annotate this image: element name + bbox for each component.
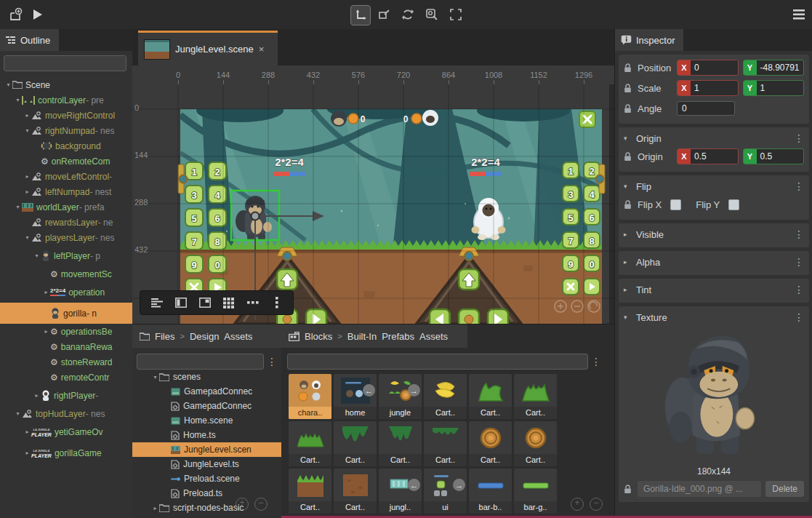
angle-field[interactable]: 0 (677, 101, 735, 116)
numpad-tile-0[interactable]: 0 (584, 255, 600, 271)
outline-item-gorilla[interactable]: gorilla - n (0, 303, 132, 324)
numpad-tile-9[interactable]: 9 (563, 255, 579, 271)
lock-icon[interactable] (624, 63, 633, 73)
export-scene-icon[interactable] (6, 5, 25, 24)
expander-icon[interactable]: ▸ (42, 328, 50, 335)
expander-icon[interactable]: ▸ (42, 289, 50, 295)
control-tile[interactable] (459, 309, 479, 324)
origin-x-field[interactable]: X0.5 (677, 148, 739, 164)
expander-icon[interactable]: ▸ (23, 429, 31, 435)
panel-left-icon[interactable] (173, 295, 189, 311)
expander-icon[interactable]: ▸ (151, 505, 159, 511)
file-item-GamepadConnec[interactable]: GamepadConnec (132, 399, 281, 413)
file-item-Home.scene[interactable]: Home.scene (132, 413, 281, 428)
outline-item-gorillaGame[interactable]: ▸LA JUNGLAPLAYERgorillaGame (0, 442, 132, 463)
asset-card-Cart[interactable]: Cart.. (514, 421, 557, 466)
numpad-tile-6[interactable]: 6 (584, 209, 600, 225)
outline-item-yetiGameOv[interactable]: ▸LA JUNGLAPLAYERyetiGameOv (0, 421, 132, 442)
asset-card-ui[interactable]: →ui (424, 469, 467, 514)
outline-item-movementSc[interactable]: ⚙movementSc (0, 266, 132, 282)
expander-icon[interactable]: ▸ (33, 392, 41, 399)
expander-icon[interactable]: ▾ (4, 81, 12, 88)
expander-icon[interactable]: ▸ (23, 450, 31, 456)
position-x-field[interactable]: X0 (677, 60, 739, 76)
expander-icon[interactable]: ▾ (151, 374, 159, 380)
expander-icon[interactable]: ▸ (23, 188, 31, 195)
origin-menu-icon[interactable]: ⋮ (794, 133, 804, 143)
outline-item-remoteContr[interactable]: ⚙remoteContr (0, 370, 132, 385)
outline-item-moveLeftControl[interactable]: ▸moveLeftControl - (0, 169, 132, 184)
numpad-tile-play[interactable] (584, 279, 600, 295)
expander-icon[interactable]: ▾ (14, 204, 22, 210)
asset-card-home[interactable]: ←home (334, 374, 377, 419)
texture-section-header[interactable]: ▾ Texture ⋮ (624, 309, 804, 325)
origin-section-header[interactable]: ▾ Origin ⋮ (624, 130, 804, 146)
numpad-tile-7[interactable]: 7 (563, 232, 579, 248)
outline-search-input[interactable] (4, 55, 126, 71)
alpha-section-header[interactable]: ▸ Alpha ⋮ (624, 254, 804, 270)
file-item-GamepadConnec[interactable]: GamepadConnec (132, 384, 281, 399)
zoom-out-icon[interactable]: − (590, 498, 603, 511)
flip-y-checkbox[interactable] (728, 199, 739, 210)
outline-item-playersLayer[interactable]: ▾playersLayer - nes (0, 230, 132, 245)
asset-card-Cart[interactable]: Cart.. (469, 374, 512, 419)
cycle-left-icon[interactable]: ← (408, 479, 420, 491)
tint-menu-icon[interactable]: ⋮ (794, 284, 804, 295)
tab-inspector[interactable]: Inspector (615, 29, 683, 51)
origin-y-field[interactable]: Y0.5 (743, 148, 805, 164)
numpad-tile-4[interactable]: 4 (584, 186, 600, 202)
outline-item-onRemoteCom[interactable]: ⚙onRemoteCom (0, 154, 132, 169)
outline-item-leftNumpad[interactable]: ▸leftNumpad - nest (0, 184, 132, 199)
alpha-menu-icon[interactable]: ⋮ (794, 257, 804, 267)
asset-card-Cart[interactable]: Cart.. (514, 374, 557, 419)
numpad-tile-5[interactable]: 5 (563, 209, 579, 225)
numpad-tile-3[interactable]: 3 (185, 186, 203, 203)
file-item-Preload.scene[interactable]: Preload.scene (132, 471, 281, 486)
cycle-right-icon[interactable]: → (408, 384, 420, 397)
numpad-tile-9[interactable]: 9 (185, 255, 203, 273)
outline-item-rightPlayer[interactable]: ▸rightPlayer - (0, 385, 132, 406)
align-lines-icon[interactable] (149, 295, 165, 311)
position-y-field[interactable]: Y-48.90791 (743, 60, 805, 76)
control-tile[interactable] (430, 309, 450, 324)
more-vertical-icon[interactable] (269, 295, 285, 311)
numpad-tile-5[interactable]: 5 (185, 209, 203, 226)
flip-x-checkbox[interactable] (670, 199, 681, 210)
files-tab-label[interactable]: Files (155, 331, 174, 342)
up-arrow-tile[interactable] (277, 269, 297, 290)
play-button[interactable] (28, 5, 47, 24)
asset-card-Cart[interactable]: Cart.. (424, 374, 467, 419)
expander-icon[interactable]: ▸ (23, 112, 31, 119)
asset-card-jungl[interactable]: ←jungl.. (379, 469, 422, 514)
outline-item-operation[interactable]: ▸2*2=4operation (0, 282, 132, 303)
asset-card-Cart[interactable]: Cart.. (379, 421, 422, 466)
blocks-menu-icon[interactable]: ⋮ (591, 356, 601, 367)
tool-rect-button[interactable] (374, 5, 393, 24)
outline-item-worldLayer[interactable]: ▾worldLayer - prefa (0, 199, 132, 215)
asset-card-Cart[interactable]: Cart.. (334, 469, 377, 514)
asset-card-jungle[interactable]: →jungle (379, 374, 422, 419)
expander-icon[interactable]: ▸ (23, 173, 31, 180)
outline-item-operationsBe[interactable]: ▸⚙operationsBe (0, 324, 132, 339)
close-level-button[interactable] (579, 111, 595, 127)
outline-item-topHudLayer[interactable]: ▾topHudLayer - nes (0, 406, 132, 421)
numpad-tile-8[interactable]: 8 (584, 232, 600, 248)
numpad-tile-7[interactable]: 7 (185, 232, 203, 250)
tint-section-header[interactable]: ▸ Tint ⋮ (624, 282, 804, 298)
file-item-JungleLevel.scen[interactable]: JungleLevel.scen (132, 442, 281, 457)
tool-move-button[interactable] (350, 5, 371, 25)
expander-icon[interactable]: ▾ (14, 410, 22, 417)
blocks-search-input[interactable] (287, 354, 588, 370)
outline-item-rewardsLayer[interactable]: rewardsLayer - ne (0, 215, 132, 230)
expander-icon[interactable]: ▾ (33, 252, 41, 259)
blocks-crumb-builtin[interactable]: Built-In (347, 331, 377, 342)
expander-icon[interactable]: ▾ (23, 234, 31, 241)
asset-card-Cart[interactable]: Cart.. (289, 421, 331, 466)
numpad-tile-1[interactable]: 1 (185, 162, 203, 180)
texture-file-field[interactable]: Gorilla-Idle_000.png @ ... (638, 481, 761, 497)
asset-card-chara[interactable]: chara.. (289, 374, 331, 419)
visible-menu-icon[interactable]: ⋮ (794, 229, 804, 239)
control-tile[interactable] (306, 309, 326, 324)
outline-item-leftPlayer[interactable]: ▾leftPlayer - p (0, 245, 132, 266)
control-tile[interactable] (488, 309, 508, 324)
